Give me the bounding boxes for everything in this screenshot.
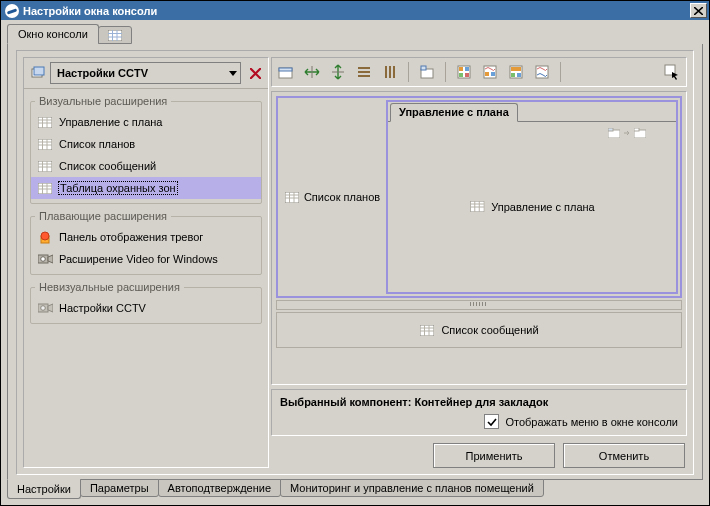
pane-tab[interactable]: Управление с плана [390,103,518,122]
cancel-button[interactable]: Отменить [563,443,685,468]
table-icon [37,180,53,196]
table-icon [284,189,300,205]
item-plan-list[interactable]: Список планов [31,133,261,155]
item-zone-table[interactable]: Таблица охранных зон [31,177,261,199]
close-icon [694,7,703,15]
close-button[interactable] [690,3,707,18]
window-title: Настройки окна консоли [23,5,157,17]
dropdown-label: Настройки CCTV [57,67,148,79]
x-icon [250,68,261,79]
separator [560,62,561,82]
tool-palette-4[interactable] [532,62,552,82]
pane-right[interactable]: Управление с плана [386,100,678,294]
cursor-box-icon [664,64,680,80]
left-scroll: Визуальные расширения Управление с плана [24,88,268,465]
alarm-icon [37,229,53,245]
tool-palette-1[interactable] [454,62,474,82]
arrow-lr-icon [304,65,320,79]
tool-new-window[interactable] [276,62,296,82]
item-plan-control[interactable]: Управление с плана [31,111,261,133]
table-icon [469,199,485,215]
show-menu-checkbox[interactable] [484,414,499,429]
group-floating-extensions: Плавающие расширения Панель отображения … [30,210,262,275]
tab-label: Окно консоли [18,28,88,40]
tab-grid-view[interactable] [98,26,132,44]
pane-label: Список планов [304,191,380,203]
table-icon [37,136,53,152]
mini-tab-icon [634,128,646,138]
layout-canvas[interactable]: Список планов Управление с плана [271,91,687,385]
item-cctv-settings[interactable]: Настройки CCTV [31,297,261,319]
svg-marker-34 [48,304,53,312]
svg-point-30 [40,257,45,262]
svg-rect-46 [421,66,426,70]
svg-point-33 [40,306,45,311]
svg-rect-6 [34,67,44,75]
tool-select-mode[interactable] [662,62,682,82]
pane-tab-header: Управление с плана [388,102,676,122]
item-label: Управление с плана [59,116,162,128]
item-alarm-panel[interactable]: Панель отображения тревог [31,226,261,248]
item-message-list[interactable]: Список сообщений [31,155,261,177]
separator [408,62,409,82]
swatch-wave2-icon [535,65,549,79]
tool-tabs-top[interactable] [417,62,437,82]
left-toolbar: Настройки CCTV [24,58,268,88]
inner-container: Настройки CCTV Визуальные расширения [16,50,694,475]
item-video-windows[interactable]: Расширение Video for Windows [31,248,261,270]
bottom-tab-params[interactable]: Параметры [80,479,159,497]
svg-rect-51 [465,73,469,77]
pane-left[interactable]: Список планов [278,98,386,296]
group-visual-extensions: Визуальные расширения Управление с плана [30,95,262,204]
arrow-ud-icon [331,64,345,80]
right-column: Список планов Управление с плана [271,57,687,468]
item-label: Таблица охранных зон [59,182,177,194]
item-label: Настройки CCTV [59,302,146,314]
tool-palette-3[interactable] [506,62,526,82]
split-top[interactable]: Список планов Управление с плана [276,96,682,298]
tab-console-window[interactable]: Окно консоли [7,24,99,44]
bottom-tab-autoconfirm[interactable]: Автоподтверждение [158,479,281,497]
svg-point-28 [41,232,49,240]
group-nonvisual-extensions: Невизуальные расширения Настройки CCTV [30,281,262,324]
camera-grey-icon [37,300,53,316]
svg-marker-31 [48,255,53,263]
bottom-tabs: Настройки Параметры Автоподтверждение Мо… [7,479,703,499]
item-label: Панель отображения тревог [59,231,203,243]
separator [445,62,446,82]
tool-split-vertical[interactable] [328,62,348,82]
svg-rect-58 [517,73,521,77]
selected-component-prefix: Выбранный компонент: [280,396,414,408]
tool-palette-2[interactable] [480,62,500,82]
chevron-down-icon [229,71,237,76]
pane-center: Управление с плана [469,199,594,215]
outer-content: Окно консоли [1,20,709,505]
delete-button[interactable] [246,64,264,82]
tool-cols-pane[interactable] [380,62,400,82]
layout-toolbar [271,57,687,87]
svg-rect-48 [459,67,463,71]
tab-label: Мониторинг и управление с планов помещен… [290,482,534,494]
svg-rect-53 [485,72,489,76]
item-label: Список планов [59,138,135,150]
tool-split-horizontal[interactable] [302,62,322,82]
checkbox-label: Отображать меню в окне консоли [505,416,678,428]
apply-button[interactable]: Применить [433,443,555,468]
config-select-button[interactable] [28,63,48,83]
bottom-tab-monitoring[interactable]: Мониторинг и управление с планов помещен… [280,479,544,497]
bottom-pane[interactable]: Список сообщений [276,312,682,348]
config-dropdown[interactable]: Настройки CCTV [50,62,241,84]
svg-rect-67 [608,128,613,131]
resize-bar[interactable] [276,300,682,310]
tool-rows-pane[interactable] [354,62,374,82]
swatch-icon [457,65,471,79]
group-legend: Плавающие расширения [35,210,171,222]
check-icon [487,417,497,427]
main-panel: Настройки CCTV Визуальные расширения [7,44,703,480]
layers-icon [30,65,46,81]
bottom-tab-settings[interactable]: Настройки [7,479,81,499]
tab-label: Параметры [90,482,149,494]
table-icon [37,158,53,174]
camera-icon [37,251,53,267]
arrow-right-icon [623,129,631,137]
